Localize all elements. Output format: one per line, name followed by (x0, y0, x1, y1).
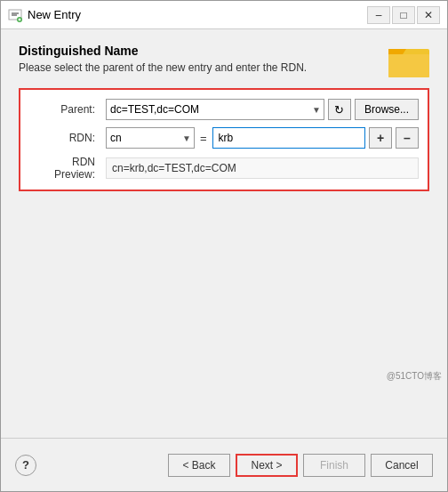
window-title: New Entry (28, 8, 81, 21)
next-button[interactable]: Next > (236, 454, 298, 477)
rdn-preview-value: cn=krb,dc=TEST,dc=COM (106, 157, 419, 179)
watermark: @51CTO博客 (387, 370, 442, 383)
cancel-button[interactable]: Cancel (371, 454, 433, 477)
new-entry-icon (8, 8, 22, 22)
minimize-button[interactable]: – (367, 6, 390, 24)
empty-area (1, 198, 447, 438)
footer: ? < Back Next > Finish Cancel (1, 438, 447, 491)
parent-row: Parent: dc=TEST,dc=COM ▼ ↻ Browse... (29, 99, 419, 120)
refresh-button[interactable]: ↻ (328, 99, 351, 120)
dialog-content: Distinguished Name Please select the par… (1, 29, 447, 491)
window-controls: – □ ✕ (367, 6, 440, 24)
maximize-button[interactable]: □ (392, 6, 415, 24)
rdn-value-input[interactable] (212, 127, 365, 149)
rdn-row: RDN: cn dc ou o ▼ = (29, 127, 419, 149)
rdn-select[interactable]: cn dc ou o (106, 127, 195, 149)
section-desc: Please select the parent of the new entr… (19, 61, 429, 74)
help-button[interactable]: ? (15, 455, 36, 476)
browse-button[interactable]: Browse... (355, 99, 419, 120)
add-rdn-button[interactable]: + (369, 127, 392, 149)
rdn-label: RDN: (29, 132, 100, 144)
rdn-preview-row: RDN Preview: cn=krb,dc=TEST,dc=COM (29, 156, 419, 181)
svg-rect-8 (388, 54, 429, 77)
remove-rdn-button[interactable]: – (396, 127, 419, 149)
parent-label: Parent: (29, 103, 100, 116)
close-button[interactable]: ✕ (417, 6, 440, 24)
folder-icon (388, 42, 429, 77)
back-button[interactable]: < Back (168, 454, 230, 477)
title-bar: New Entry – □ ✕ (1, 1, 447, 29)
parent-select[interactable]: dc=TEST,dc=COM (106, 99, 324, 120)
rdn-preview-label: RDN Preview: (29, 156, 100, 181)
equals-sign: = (198, 132, 209, 145)
section-title: Distinguished Name (19, 44, 429, 58)
finish-button[interactable]: Finish (303, 454, 365, 477)
